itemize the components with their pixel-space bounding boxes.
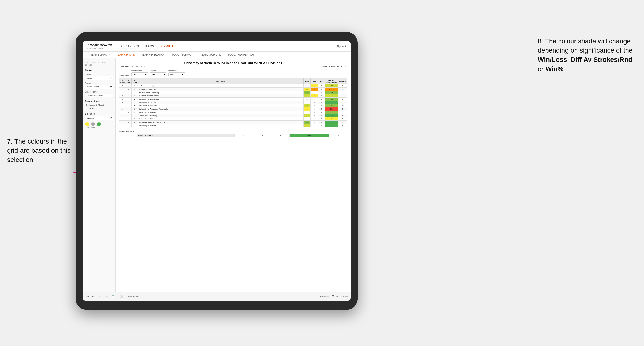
cell-opponent: Vanderbilt University xyxy=(138,88,303,91)
tablet-screen: SCOREBOARD Powered by clippd TOURNAMENTS… xyxy=(82,41,350,301)
copy-icon[interactable]: ⧉ xyxy=(105,294,109,299)
paste-icon[interactable]: 📋 xyxy=(111,294,115,299)
th-conf: # Conf xyxy=(132,78,138,84)
toolbar-sep1 xyxy=(103,294,103,299)
legend-level-text: Level xyxy=(91,127,95,128)
top-nav: SCOREBOARD Powered by clippd TOURNAMENTS… xyxy=(82,41,350,52)
opponents-label: Opponents: xyxy=(119,74,130,76)
legend-row: Down Level Up xyxy=(85,122,113,128)
cell-conf: 5 xyxy=(132,104,138,108)
subnav-team-summary[interactable]: TEAM SUMMARY xyxy=(87,52,113,58)
cell-reg: - xyxy=(126,88,132,91)
clock-icon[interactable]: 🕐 xyxy=(119,294,123,299)
cell-conf: 3 xyxy=(132,111,138,114)
watch-button[interactable]: 👁 Watch ▾ xyxy=(320,295,329,298)
cell-tie: 0 xyxy=(318,91,325,94)
region-filter: Region (All) xyxy=(150,70,166,76)
sign-out-link[interactable]: Sign out xyxy=(336,45,346,48)
cell-win: 0 xyxy=(304,88,311,91)
cell-rank: 11 xyxy=(119,108,126,111)
cell-tie: 0 xyxy=(318,117,325,121)
opponent-played-radio[interactable]: Opponents Played xyxy=(85,104,113,106)
undo-icon[interactable]: ↩ xyxy=(86,294,90,299)
table-row: 15 - 4 Georgia Institute of Technology 5… xyxy=(119,121,347,124)
cell-opponent: Auburn University xyxy=(138,84,303,88)
ood-cell-blank2 xyxy=(126,134,132,137)
cell-win: 1 xyxy=(304,117,311,121)
region-filter-select[interactable]: (All) xyxy=(150,72,166,76)
cell-tie: 0 xyxy=(318,98,325,101)
cell-reg: - xyxy=(126,111,132,114)
gender-select[interactable]: Men's xyxy=(85,76,113,80)
cell-tie: 0 xyxy=(318,121,325,124)
cell-rank: 2 xyxy=(119,84,126,88)
division-select[interactable]: NCAA Division I xyxy=(85,85,113,89)
opponents-played-dot[interactable] xyxy=(85,104,87,106)
top-100-radio[interactable]: Top 100 xyxy=(85,107,113,109)
annotation-right-prefix: 8. The colour shade will change dependin… xyxy=(538,37,633,54)
cell-opponent: University of Washington xyxy=(138,98,303,101)
cell-win: 3 xyxy=(304,124,311,127)
top-100-dot[interactable] xyxy=(85,107,87,109)
cell-opponent: University of Virginia xyxy=(138,111,303,114)
subnav-player-h2h-heatmap[interactable]: PLAYER H2H HEATMAP xyxy=(225,52,258,58)
forward-icon[interactable]: → xyxy=(97,294,101,299)
cell-loss: 0 xyxy=(311,121,318,124)
cell-reg: - xyxy=(126,124,132,127)
cell-opponent: University of Arizona xyxy=(138,101,303,104)
opponent-filter-select[interactable]: (All) xyxy=(168,72,185,76)
subnav-player-h2h-grid[interactable]: PLAYER H2H GRID xyxy=(197,52,225,58)
cell-rounds: 2 xyxy=(338,101,347,104)
subnav-team-h2h-grid[interactable]: TEAM H2H GRID xyxy=(113,52,138,58)
cell-rank: 14 xyxy=(119,117,126,121)
th-loss: Loss xyxy=(311,78,318,84)
cell-opponent: Texas Tech University xyxy=(138,114,303,117)
sidebar-team-title: Team xyxy=(85,69,113,71)
legend-up: Up xyxy=(97,122,101,128)
conference-filter-select[interactable]: (All) xyxy=(132,72,148,76)
nav-committee[interactable]: COMMITTEE xyxy=(160,44,176,49)
colour-by-select[interactable]: Win/loss xyxy=(85,116,113,120)
legend-up-circle xyxy=(97,122,101,126)
eye-icon: 👁 xyxy=(320,295,322,298)
subnav-player-summary[interactable]: PLAYER SUMMARY xyxy=(169,52,197,58)
cell-reg: - xyxy=(126,98,132,101)
cell-conf: 1 xyxy=(132,101,138,104)
cell-win: 2 xyxy=(304,84,311,88)
cell-rounds: 9 xyxy=(338,124,347,127)
layout-button[interactable]: ⊞ xyxy=(336,295,338,298)
ood-cell-tie: 0 xyxy=(271,134,290,137)
conference-filter: Conference (All) xyxy=(132,70,148,76)
cell-rank: 4 xyxy=(119,91,126,94)
share-button[interactable]: ↗ Share xyxy=(340,295,348,298)
cell-tie: 0 xyxy=(318,88,325,91)
nav-teams[interactable]: TEAMS xyxy=(144,44,154,49)
grid-records: Overall Record: 89 - 17 - 0 Division Rec… xyxy=(119,65,347,68)
cell-diff: 1.83 xyxy=(325,94,338,98)
cell-tie: 0 xyxy=(318,104,325,108)
cell-reg: - xyxy=(126,114,132,117)
subnav-team-h2h-heatmap[interactable]: TEAM H2H HEATMAP xyxy=(138,52,169,58)
bottom-toolbar: ↩ ↪ → ⧉ 📋 🕐 View: Original 👁 Watch ▾ 💬 ⊞… xyxy=(82,292,350,301)
cell-rank: 16 xyxy=(119,124,126,127)
ood-cell-rounds: 3 xyxy=(329,134,347,137)
annotation-right-bold2: Diff Av Strokes/Rnd xyxy=(571,56,632,63)
cell-rank: 12 xyxy=(119,111,126,114)
cell-loss: 0 xyxy=(311,114,318,117)
cell-tie: 0 xyxy=(318,124,325,127)
cell-rounds: 3 xyxy=(338,98,347,101)
cell-win: 3 xyxy=(304,114,311,117)
ood-cell-division: NCAA Division II xyxy=(137,134,235,137)
legend-up-text: Up xyxy=(98,127,100,128)
cell-rounds: 6 xyxy=(338,104,347,108)
cell-rank: 8 xyxy=(119,98,126,101)
toolbar-sep2 xyxy=(117,294,117,299)
comment-button[interactable]: 💬 xyxy=(332,295,334,298)
cell-opponent: University of Oklahoma xyxy=(138,117,303,121)
nav-tournaments[interactable]: TOURNAMENTS xyxy=(118,44,139,49)
cell-loss: 1 xyxy=(311,84,318,88)
redo-icon[interactable]: ↪ xyxy=(91,294,95,299)
table-row: 9 - 1 University of Arizona 1 0 0 9.00 2 xyxy=(119,101,347,104)
cell-rank: 10 xyxy=(119,104,126,108)
cell-rounds: 9 xyxy=(338,117,347,121)
